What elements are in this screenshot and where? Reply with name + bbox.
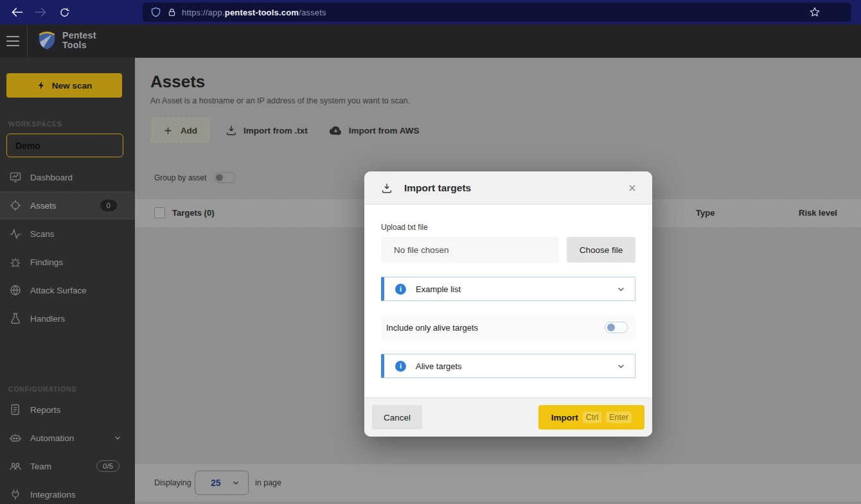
example-list-label: Example list	[416, 284, 461, 294]
cancel-button[interactable]: Cancel	[372, 405, 422, 430]
close-icon[interactable]	[625, 181, 639, 195]
chevron-down-icon	[616, 361, 626, 371]
info-icon	[395, 361, 406, 372]
file-name-field[interactable]: No file chosen	[381, 237, 559, 263]
modal-body: Upload txt file No file chosen Choose fi…	[364, 223, 652, 378]
modal-footer: Cancel Import Ctrl Enter	[364, 397, 652, 437]
modal-header: Import targets	[364, 171, 652, 205]
info-icon	[395, 284, 406, 295]
alive-targets-label: Alive targets	[416, 361, 462, 371]
import-button[interactable]: Import Ctrl Enter	[538, 405, 644, 430]
import-button-label: Import	[551, 413, 578, 422]
modal-title: Import targets	[404, 182, 471, 194]
include-alive-label: Include only alive targets	[386, 323, 478, 333]
alive-targets-accordion[interactable]: Alive targets	[381, 354, 635, 378]
ctrl-key-hint: Ctrl	[583, 412, 601, 423]
chevron-down-icon	[616, 284, 626, 294]
choose-file-button[interactable]: Choose file	[567, 237, 635, 263]
download-tray-icon	[381, 182, 393, 194]
file-upload-control: No file chosen Choose file	[381, 237, 635, 263]
import-targets-modal: Import targets Upload txt file No file c…	[364, 171, 652, 437]
include-alive-targets-row: Include only alive targets	[381, 315, 635, 340]
example-list-accordion[interactable]: Example list	[381, 277, 635, 301]
upload-txt-file-label: Upload txt file	[381, 223, 635, 232]
enter-key-hint: Enter	[606, 412, 632, 423]
include-alive-toggle[interactable]	[605, 322, 628, 333]
